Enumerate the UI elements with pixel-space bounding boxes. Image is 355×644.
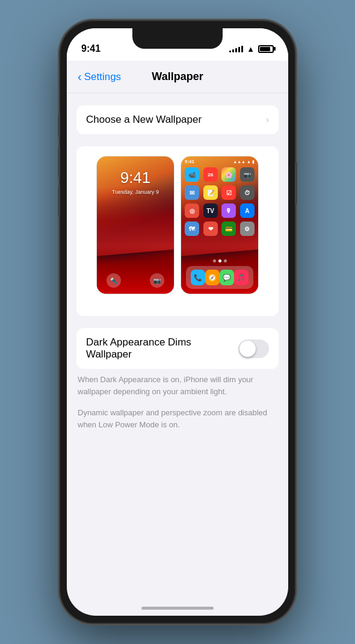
notes-icon: 📝 <box>203 185 218 200</box>
lock-time: 9:41 <box>97 169 174 187</box>
facetime-icon: 📹 <box>185 167 199 182</box>
row-chevron-icon: › <box>266 114 269 125</box>
flashlight-icon: 🔦 <box>106 273 121 288</box>
choose-wallpaper-row[interactable]: Choose a New Wallpaper › <box>76 105 279 134</box>
status-time: 9:41 <box>81 43 100 54</box>
phone-frame: 9:41 ▲ ‹ Settings Wallpa <box>60 21 295 623</box>
signal-icon <box>229 45 243 52</box>
clock-icon: ⏱ <box>240 185 255 200</box>
app-row-3: ◎ TV 🎙 A <box>185 203 255 218</box>
power-button[interactable] <box>295 163 297 205</box>
mail-icon: ✉ <box>185 185 199 200</box>
home-wifi-icon: ▲ <box>247 159 251 164</box>
phone-screen: 9:41 ▲ ‹ Settings Wallpa <box>67 28 288 616</box>
page-title: Wallpaper <box>152 70 203 83</box>
battery-fill <box>260 47 270 51</box>
maps-icon: 🗺 <box>185 221 199 236</box>
home-status-icons: ▲▲▲ ▲ ▮ <box>233 159 255 164</box>
dock-safari-icon: 🧭 <box>205 270 220 285</box>
dark-appearance-label: Dark Appearance Dims Wallpaper <box>86 336 231 361</box>
toggle-knob <box>239 341 256 357</box>
description-low-power: Dynamic wallpaper and perspective zoom a… <box>76 407 279 430</box>
app-row-4: 🗺 ❤ 💳 ⚙ <box>185 221 255 236</box>
home-status-bar: 9:41 ▲▲▲ ▲ ▮ <box>185 159 255 164</box>
choose-wallpaper-card: Choose a New Wallpaper › <box>76 105 279 134</box>
volume-down-button[interactable] <box>58 187 60 217</box>
appstore-icon: A <box>240 203 255 218</box>
camera-icon: 📷 <box>150 273 164 288</box>
preview-container: 9:41 Tuesday, January 9 🔦 📷 <box>96 156 259 294</box>
battery-icon <box>258 45 274 53</box>
home-screen-bg: 9:41 ▲▲▲ ▲ ▮ <box>181 156 258 294</box>
home-signal-icon: ▲▲▲ <box>233 159 245 164</box>
podcasts-icon: 🎙 <box>221 203 236 218</box>
page-dot-2 <box>218 259 221 262</box>
lock-screen-bg: 9:41 Tuesday, January 9 🔦 📷 <box>97 156 174 294</box>
settings-icon: ⚙ <box>240 221 255 236</box>
app-row-2: ✉ 📝 ☑ ⏱ <box>185 185 255 200</box>
notch <box>132 28 223 49</box>
volume-up-button[interactable] <box>58 147 60 178</box>
calendar-icon: 28 <box>203 167 218 182</box>
dock: 📞 🧭 💬 🎵 <box>186 266 253 289</box>
dark-appearance-toggle[interactable] <box>238 339 269 358</box>
wallet-icon: 💳 <box>221 221 236 236</box>
home-indicator[interactable] <box>141 607 214 610</box>
lock-date: Tuesday, January 9 <box>97 189 174 195</box>
content-area: Choose a New Wallpaper › 9:41 Tuesday, J… <box>67 93 288 616</box>
camera-icon: 📷 <box>240 167 255 182</box>
back-chevron-icon: ‹ <box>78 70 82 84</box>
lock-screen-preview[interactable]: 9:41 Tuesday, January 9 🔦 📷 <box>96 156 174 294</box>
photos-icon: 🌸 <box>221 167 236 182</box>
dark-appearance-row: Dark Appearance Dims Wallpaper <box>76 328 279 369</box>
back-button[interactable]: ‹ Settings <box>78 70 121 84</box>
page-dot-3 <box>224 259 227 262</box>
health-icon: ❤ <box>203 221 218 236</box>
home-battery-icon: ▮ <box>252 159 255 164</box>
toggle-section: Dark Appearance Dims Wallpaper <box>76 328 279 369</box>
home-status-time: 9:41 <box>185 159 194 164</box>
tv-icon: TV <box>203 203 218 218</box>
news-icon: ◎ <box>185 203 199 218</box>
status-icons: ▲ <box>229 45 274 54</box>
description-dark-appearance: When Dark Appearance is on, iPhone will … <box>76 374 279 397</box>
choose-wallpaper-label: Choose a New Wallpaper <box>86 114 202 126</box>
app-grid: 📹 28 🌸 📷 ✉ 📝 ☑ <box>185 167 255 240</box>
home-screen-preview[interactable]: 9:41 ▲▲▲ ▲ ▮ <box>181 156 259 294</box>
wallpaper-preview-card: 9:41 Tuesday, January 9 🔦 📷 <box>76 146 279 316</box>
page-dots <box>181 259 258 262</box>
dock-music-icon: 🎵 <box>234 270 248 285</box>
dock-phone-icon: 📞 <box>191 270 205 285</box>
reminders-icon: ☑ <box>221 185 236 200</box>
app-row-1: 📹 28 🌸 📷 <box>185 167 255 182</box>
wallpaper-preview-section: 9:41 Tuesday, January 9 🔦 📷 <box>86 146 269 304</box>
silent-button[interactable] <box>58 114 60 137</box>
nav-bar: ‹ Settings Wallpaper <box>67 61 288 93</box>
back-label: Settings <box>84 71 121 83</box>
dock-messages-icon: 💬 <box>220 270 234 285</box>
wifi-icon: ▲ <box>247 45 255 54</box>
page-dot-1 <box>213 259 216 262</box>
